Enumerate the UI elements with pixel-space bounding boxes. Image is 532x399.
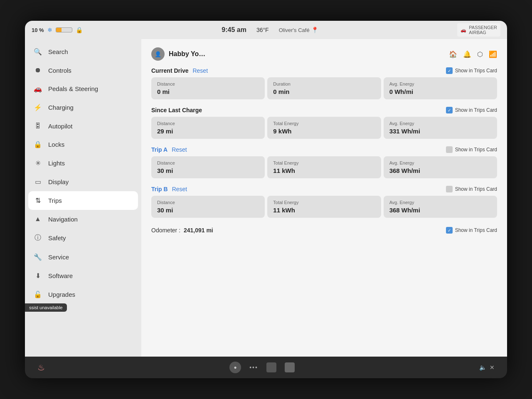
sidebar-item-lights[interactable]: ✳ Lights bbox=[25, 154, 141, 172]
since-last-charge-total-energy-card: Total Energy 9 kWh bbox=[267, 117, 381, 139]
current-time: 9:45 am bbox=[222, 26, 246, 34]
user-header: 👤 Habby Yo… 🏠 🔔 ⬡ 📶 bbox=[151, 47, 497, 61]
current-drive-checkmark: ✓ bbox=[446, 67, 453, 74]
trip-b-reset-button[interactable]: Reset bbox=[172, 186, 187, 192]
current-drive-avg-energy-card: Avg. Energy 0 Wh/mi bbox=[384, 77, 497, 99]
car-icon: 🚗 bbox=[461, 27, 466, 33]
assist-unavailable-badge: ssist unavailable bbox=[25, 303, 67, 312]
current-drive-title-group: Current Drive Reset bbox=[151, 67, 208, 74]
trip-b-show-trips-label: Show in Trips Card bbox=[455, 186, 497, 192]
trip-b-avg-energy-card: Avg. Energy 368 Wh/mi bbox=[384, 196, 497, 218]
avatar-icon: 👤 bbox=[155, 51, 161, 57]
since-last-charge-distance-label: Distance bbox=[157, 121, 259, 126]
trip-b-total-energy-card: Total Energy 11 kWh bbox=[267, 196, 381, 218]
home-icon[interactable]: 🏠 bbox=[449, 50, 457, 58]
sidebar-item-trips[interactable]: ⇅ Trips bbox=[28, 191, 138, 210]
current-drive-stats: Distance 0 mi Duration 0 min Avg. Energy… bbox=[151, 77, 497, 99]
sidebar-label-software: Software bbox=[48, 272, 73, 279]
odometer-label: Odometer : bbox=[151, 227, 180, 234]
current-drive-duration-label: Duration bbox=[273, 81, 375, 86]
trip-b-avg-energy-label: Avg. Energy bbox=[389, 200, 491, 205]
trips-icon: ⇅ bbox=[33, 197, 42, 204]
location-bar: Oliver's Café 📍 bbox=[279, 27, 318, 33]
bell-icon[interactable]: 🔔 bbox=[463, 50, 471, 58]
current-drive-distance-value: 0 mi bbox=[157, 88, 259, 95]
current-drive-section: Current Drive Reset ✓ Show in Trips Card… bbox=[151, 67, 497, 99]
trip-b-title-group: Trip B Reset bbox=[151, 186, 187, 192]
trip-a-title-group: Trip A Reset bbox=[151, 146, 187, 153]
mute-icon[interactable]: ✕ bbox=[490, 364, 495, 371]
trip-b-distance-value: 30 mi bbox=[157, 207, 259, 214]
sidebar-label-trips: Trips bbox=[48, 197, 62, 204]
more-button[interactable]: ••• bbox=[249, 364, 258, 371]
trip-b-checkmark bbox=[446, 186, 453, 192]
sidebar-item-locks[interactable]: 🔒 Locks bbox=[25, 135, 141, 154]
sidebar-label-display: Display bbox=[48, 178, 69, 185]
sidebar-label-upgrades: Upgrades bbox=[48, 291, 75, 298]
current-drive-distance-card: Distance 0 mi bbox=[151, 77, 265, 99]
trip-a-total-energy-card: Total Energy 11 kWh bbox=[267, 156, 381, 178]
main-area: 🔍 Search ⏺ Controls 🚗 Pedals & Steering … bbox=[25, 39, 507, 357]
trip-a-avg-energy-label: Avg. Energy bbox=[389, 160, 491, 165]
current-drive-show-trips-label: Show in Trips Card bbox=[455, 68, 497, 74]
trip-b-total-energy-value: 11 kWh bbox=[273, 207, 375, 214]
trip-a-avg-energy-card: Avg. Energy 368 Wh/mi bbox=[384, 156, 497, 178]
sidebar-item-controls[interactable]: ⏺ Controls bbox=[25, 61, 141, 79]
sidebar-label-lights: Lights bbox=[48, 160, 65, 167]
sidebar-item-navigation[interactable]: ▲ Navigation bbox=[25, 210, 141, 228]
sidebar-item-search[interactable]: 🔍 Search bbox=[25, 42, 141, 61]
sidebar-item-charging[interactable]: ⚡ Charging bbox=[25, 98, 141, 117]
sidebar-item-pedals[interactable]: 🚗 Pedals & Steering bbox=[25, 79, 141, 98]
taskbar: ♨ ● ••• 🔈 ✕ bbox=[25, 357, 507, 378]
since-last-charge-show-trips[interactable]: ✓ Show in Trips Card bbox=[446, 107, 497, 113]
odometer-text: Odometer : 241,091 mi bbox=[151, 227, 213, 234]
current-drive-distance-label: Distance bbox=[157, 81, 259, 86]
sidebar-item-display[interactable]: ▭ Display bbox=[25, 172, 141, 191]
current-drive-duration-card: Duration 0 min bbox=[267, 77, 381, 99]
trip-b-section: Trip B Reset Show in Trips Card Distance… bbox=[151, 186, 497, 218]
sidebar-item-service[interactable]: 🔧 Service bbox=[25, 248, 141, 266]
trip-a-header: Trip A Reset Show in Trips Card bbox=[151, 146, 497, 153]
sidebar-label-search: Search bbox=[48, 48, 68, 55]
sidebar-label-service: Service bbox=[48, 254, 69, 261]
sidebar-item-autopilot[interactable]: 🎛 Autopilot bbox=[25, 117, 141, 135]
since-last-charge-title: Since Last Charge bbox=[151, 107, 202, 113]
trip-b-total-energy-label: Total Energy bbox=[273, 200, 375, 205]
sidebar-item-upgrades[interactable]: 🔓 Upgrades bbox=[25, 285, 141, 304]
trip-a-distance-card: Distance 30 mi bbox=[151, 156, 265, 178]
since-last-charge-total-energy-label: Total Energy bbox=[273, 121, 375, 126]
locks-icon: 🔒 bbox=[33, 140, 42, 148]
trip-a-title: Trip A bbox=[151, 146, 167, 153]
since-last-charge-avg-energy-label: Avg. Energy bbox=[389, 121, 491, 126]
since-last-charge-header: Since Last Charge ✓ Show in Trips Card bbox=[151, 107, 497, 113]
lock-icon: 🔒 bbox=[76, 27, 83, 33]
sidebar-item-safety[interactable]: ⓘ Safety bbox=[25, 228, 141, 248]
search-icon: 🔍 bbox=[33, 48, 42, 56]
assist-unavailable-text: ssist unavailable bbox=[29, 305, 63, 310]
volume-icon[interactable]: 🔈 bbox=[479, 364, 486, 371]
user-avatar: 👤 bbox=[151, 47, 165, 61]
bluetooth-icon[interactable]: ⬡ bbox=[477, 50, 483, 58]
trip-a-checkmark bbox=[446, 146, 453, 153]
trip-b-show-trips[interactable]: Show in Trips Card bbox=[446, 186, 497, 192]
odometer-show-trips[interactable]: ✓ Show in Trips Card bbox=[446, 227, 497, 234]
sidebar-item-software[interactable]: ⬇ Software bbox=[25, 266, 141, 285]
controls-icon: ⏺ bbox=[33, 66, 42, 74]
location-pin-icon: 📍 bbox=[311, 27, 318, 33]
sidebar-label-charging: Charging bbox=[48, 104, 74, 111]
heat-icon[interactable]: ♨ bbox=[37, 362, 45, 372]
odometer-value: 241,091 mi bbox=[184, 227, 213, 234]
trip-b-stats: Distance 30 mi Total Energy 11 kWh Avg. … bbox=[151, 196, 497, 218]
apps-button[interactable] bbox=[266, 362, 276, 372]
current-drive-reset-button[interactable]: Reset bbox=[192, 67, 208, 74]
camera-button[interactable]: ● bbox=[229, 362, 241, 373]
trip-a-stats: Distance 30 mi Total Energy 11 kWh Avg. … bbox=[151, 156, 497, 178]
signal-icon: 📶 bbox=[489, 50, 497, 58]
current-drive-show-trips[interactable]: ✓ Show in Trips Card bbox=[446, 67, 497, 74]
since-last-charge-distance-card: Distance 29 mi bbox=[151, 117, 265, 139]
trip-a-reset-button[interactable]: Reset bbox=[172, 146, 187, 153]
media-button[interactable] bbox=[285, 362, 295, 372]
trip-a-show-trips[interactable]: Show in Trips Card bbox=[446, 146, 497, 153]
current-drive-duration-value: 0 min bbox=[273, 88, 375, 95]
safety-icon: ⓘ bbox=[33, 234, 42, 242]
